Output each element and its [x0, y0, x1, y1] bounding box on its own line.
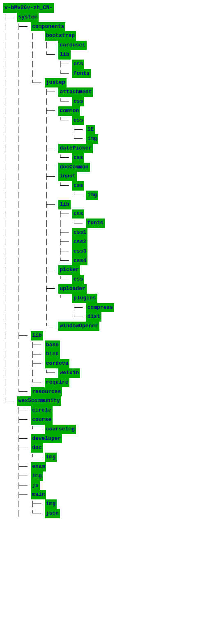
- tree-label[interactable]: css: [72, 60, 84, 69]
- tree-row[interactable]: │ └── json: [3, 509, 213, 518]
- tree-row[interactable]: │ │ ├── bootstrap: [3, 31, 213, 41]
- tree-row[interactable]: │ │ │ ├── css: [3, 60, 213, 69]
- tree-label[interactable]: doc: [31, 443, 43, 453]
- tree-row[interactable]: ├── course: [3, 415, 213, 425]
- tree-row[interactable]: │ │ ├── bind: [3, 350, 213, 359]
- tree-label[interactable]: common: [58, 106, 80, 116]
- tree-label[interactable]: docCommon: [58, 163, 90, 172]
- tree-row[interactable]: │ │ ├── common: [3, 106, 213, 116]
- tree-label[interactable]: developer: [31, 434, 62, 444]
- tree-label[interactable]: fonts: [72, 69, 91, 78]
- tree-label[interactable]: main: [31, 490, 46, 499]
- tree-row[interactable]: │ │ └── require: [3, 378, 213, 387]
- tree-row[interactable]: │ │ │ └── css: [3, 181, 213, 191]
- tree-row[interactable]: │ │ ├── cordova: [3, 359, 213, 368]
- tree-row[interactable]: │ │ ├── input: [3, 172, 213, 181]
- tree-label[interactable]: json: [45, 509, 60, 518]
- tree-label[interactable]: datePicker: [58, 144, 93, 153]
- tree-row[interactable]: │ └── courseImg: [3, 425, 213, 434]
- tree-label[interactable]: css: [72, 275, 84, 284]
- tree-label[interactable]: attachment: [58, 87, 93, 97]
- tree-label[interactable]: lib: [58, 200, 70, 209]
- tree-row[interactable]: │ │ │ └── lib: [3, 50, 213, 60]
- tree-label[interactable]: course: [31, 415, 53, 425]
- tree-label[interactable]: js: [31, 481, 40, 490]
- tree-row[interactable]: │ │ │ └── css: [3, 97, 213, 106]
- tree-row[interactable]: │ │ │ ├── compress: [3, 303, 213, 313]
- tree-label[interactable]: img: [31, 472, 43, 481]
- tree-row[interactable]: ├── circle: [3, 406, 213, 415]
- tree-label[interactable]: require: [45, 378, 70, 387]
- tree-label[interactable]: IE: [86, 125, 95, 134]
- tree-label[interactable]: base: [45, 340, 60, 350]
- tree-label[interactable]: css: [72, 153, 84, 163]
- tree-row[interactable]: ├── img: [3, 472, 213, 481]
- tree-row[interactable]: │ │ ├── base: [3, 340, 213, 350]
- tree-row[interactable]: ├── js: [3, 481, 213, 490]
- tree-label[interactable]: fonts: [86, 218, 105, 228]
- tree-label[interactable]: wex5community: [17, 396, 61, 406]
- tree-row[interactable]: │ │ │ ├── css2: [3, 237, 213, 247]
- tree-row[interactable]: │ │ └── justep: [3, 78, 213, 87]
- tree-row[interactable]: ├── developer: [3, 434, 213, 444]
- tree-row[interactable]: v-bMv26v-zh_CN-: [3, 3, 213, 13]
- tree-label[interactable]: uploader: [58, 284, 86, 294]
- tree-row[interactable]: │ │ │ └── css: [3, 275, 213, 284]
- tree-row[interactable]: │ ├── img: [3, 499, 213, 509]
- tree-row[interactable]: │ └── img: [3, 453, 213, 462]
- tree-row[interactable]: ├── exam: [3, 462, 213, 472]
- tree-label[interactable]: css: [72, 209, 84, 219]
- tree-row[interactable]: │ │ │ └── css4: [3, 256, 213, 266]
- tree-label[interactable]: picker: [58, 265, 80, 275]
- tree-row[interactable]: │ ├── lib: [3, 331, 213, 340]
- tree-row[interactable]: │ │ │ ├── css3: [3, 247, 213, 256]
- tree-label[interactable]: css4: [72, 256, 87, 266]
- tree-label[interactable]: compress: [86, 303, 114, 313]
- tree-label[interactable]: exam: [31, 462, 46, 472]
- tree-label[interactable]: css3: [72, 247, 87, 256]
- tree-row[interactable]: │ └── resources: [3, 387, 213, 397]
- tree-label[interactable]: input: [58, 172, 77, 181]
- tree-label[interactable]: v-bMv26v-zh_CN-: [3, 3, 54, 13]
- tree-row[interactable]: │ │ └── windowOpener: [3, 322, 213, 331]
- tree-row[interactable]: │ │ │ ├── IE: [3, 125, 213, 134]
- tree-row[interactable]: │ │ ├── picker: [3, 265, 213, 275]
- tree-row[interactable]: ├── doc: [3, 443, 213, 453]
- tree-label[interactable]: img: [45, 453, 57, 462]
- tree-row[interactable]: ├── system: [3, 13, 213, 22]
- tree-row[interactable]: │ │ │ └── plugins: [3, 294, 213, 303]
- tree-label[interactable]: circle: [31, 406, 53, 415]
- tree-label[interactable]: bind: [45, 350, 60, 359]
- tree-row[interactable]: │ │ │ │ └── fonts: [3, 218, 213, 228]
- tree-label[interactable]: plugins: [72, 294, 97, 303]
- tree-row[interactable]: │ │ │ └── css: [3, 153, 213, 163]
- tree-label[interactable]: css: [72, 116, 84, 125]
- tree-row[interactable]: │ │ │ ├── carousel: [3, 41, 213, 50]
- tree-row[interactable]: │ │ │ └── img: [3, 191, 213, 200]
- tree-label[interactable]: resources: [31, 387, 62, 397]
- tree-row[interactable]: └── wex5community: [3, 396, 213, 406]
- tree-label[interactable]: css1: [72, 228, 87, 237]
- tree-row[interactable]: │ │ │ └── img: [3, 134, 213, 144]
- tree-label[interactable]: courseImg: [45, 425, 76, 434]
- tree-label[interactable]: css2: [72, 237, 87, 247]
- tree-row[interactable]: │ │ ├── uploader: [3, 284, 213, 294]
- tree-label[interactable]: dist: [86, 312, 101, 322]
- tree-label[interactable]: css: [72, 181, 84, 191]
- tree-row[interactable]: │ ├── components: [3, 22, 213, 32]
- tree-label[interactable]: cordova: [45, 359, 70, 368]
- tree-row[interactable]: │ │ │ └── css: [3, 116, 213, 125]
- tree-label[interactable]: justep: [45, 78, 67, 87]
- tree-row[interactable]: ├── main: [3, 490, 213, 499]
- tree-row[interactable]: │ │ │ ├── css: [3, 209, 213, 219]
- tree-row[interactable]: │ │ ├── docCommon: [3, 163, 213, 172]
- tree-label[interactable]: windowOpener: [58, 322, 99, 331]
- tree-row[interactable]: │ │ │ └── weixin: [3, 368, 213, 378]
- tree-label[interactable]: weixin: [58, 368, 80, 378]
- tree-label[interactable]: img: [86, 134, 98, 144]
- tree-row[interactable]: │ │ │ └── dist: [3, 312, 213, 322]
- tree-label[interactable]: system: [17, 13, 39, 22]
- tree-row[interactable]: │ │ ├── lib: [3, 200, 213, 209]
- tree-row[interactable]: │ │ │ └── fonts: [3, 69, 213, 78]
- tree-label[interactable]: css: [72, 97, 84, 106]
